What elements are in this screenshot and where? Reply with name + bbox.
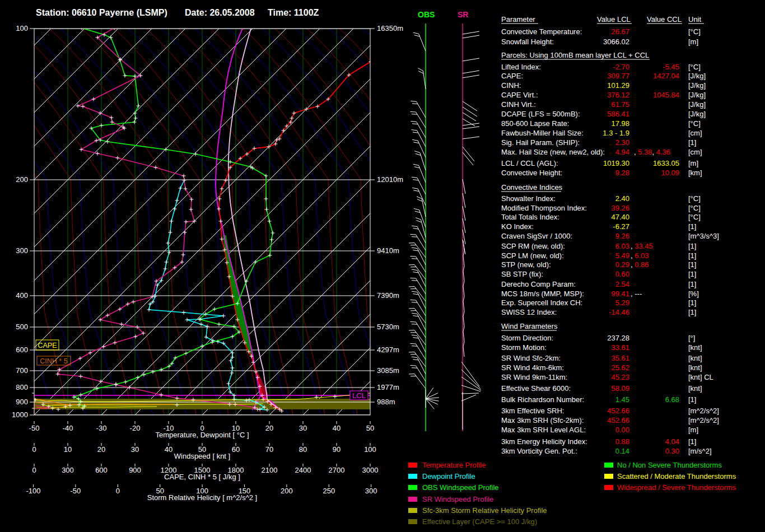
svg-text:90: 90 (333, 445, 340, 454)
svg-text:, 0.86: , 0.86 (631, 260, 649, 269)
svg-text:400: 400 (16, 291, 28, 300)
svg-text:[°C]: [°C] (688, 27, 701, 36)
svg-text:40: 40 (165, 445, 172, 454)
svg-text:600: 600 (95, 466, 108, 474)
svg-text:-20: -20 (130, 424, 141, 432)
svg-text:0.30: 0.30 (665, 447, 679, 455)
svg-text:[1]: [1] (688, 260, 696, 269)
svg-text:2.54: 2.54 (615, 280, 629, 288)
svg-text:Wind Parameters: Wind Parameters (501, 322, 558, 330)
svg-text:[1]: [1] (688, 308, 696, 316)
svg-text:[°]: [°] (688, 334, 695, 342)
svg-text:Effective Layer (CAPE >= 100 J: Effective Layer (CAPE >= 100 J/kg) (422, 517, 537, 526)
svg-text:4.04: 4.04 (665, 437, 679, 446)
svg-text:Date: 26.05.2008: Date: 26.05.2008 (185, 8, 255, 17)
svg-text:[1]: [1] (688, 251, 696, 260)
svg-text:[1]: [1] (688, 437, 696, 446)
svg-text:-5.45: -5.45 (663, 63, 679, 71)
svg-text:Temperature, Dewpoint [ °C ]: Temperature, Dewpoint [ °C ] (155, 431, 249, 439)
svg-text:CAPE: CAPE (38, 342, 57, 349)
svg-text:1633.05: 1633.05 (653, 159, 679, 167)
svg-text:70: 70 (265, 445, 273, 454)
svg-text:900: 900 (129, 466, 141, 474)
svg-text:6.03: 6.03 (615, 242, 629, 250)
svg-text:[°C]: [°C] (688, 63, 701, 71)
svg-text:1.45: 1.45 (615, 395, 629, 404)
svg-text:OBS Windspeed Profile: OBS Windspeed Profile (422, 483, 499, 492)
svg-text:[°C]: [°C] (688, 119, 701, 128)
svg-text:[°C]: [°C] (688, 204, 701, 212)
svg-text:Showalter Index:: Showalter Index: (501, 194, 556, 203)
svg-text:2.40: 2.40 (615, 194, 629, 203)
svg-text:[%]: [%] (688, 290, 699, 298)
svg-text:17.98: 17.98 (611, 119, 629, 128)
svg-text:1000: 1000 (12, 410, 28, 419)
svg-text:101.29: 101.29 (607, 81, 629, 90)
svg-text:LCL / CCL (AGL):: LCL / CCL (AGL): (501, 159, 558, 167)
svg-text:586.41: 586.41 (607, 110, 629, 118)
svg-text:-2.70: -2.70 (613, 63, 629, 71)
svg-text:Max 3km SRH Level AGL:: Max 3km SRH Level AGL: (501, 426, 586, 434)
svg-text:Effective Shear 6000:: Effective Shear 6000: (501, 384, 571, 393)
svg-text:Storm Relative Helicity [ m^2: Storm Relative Helicity [ m^2/s^2 ] (147, 493, 257, 502)
svg-text:1.3 - 1.9: 1.3 - 1.9 (603, 129, 629, 137)
svg-text:SWISS 12 Index:: SWISS 12 Index: (501, 308, 557, 316)
svg-text:3km Energy Helicity Index:: 3km Energy Helicity Index: (501, 437, 587, 446)
svg-text:, 6.03: , 6.03 (631, 251, 649, 260)
svg-text:900: 900 (16, 398, 28, 406)
svg-text:[m^3/s^3]: [m^3/s^3] (688, 232, 719, 240)
svg-text:[km]: [km] (688, 169, 702, 177)
svg-text:[m/s^2]: [m/s^2] (688, 447, 712, 455)
svg-text:[cm]: [cm] (688, 129, 702, 137)
svg-text:0: 0 (32, 466, 36, 474)
svg-text:16350m: 16350m (377, 24, 403, 32)
svg-text:SR Wind Sfc-2km:: SR Wind Sfc-2km: (501, 354, 561, 362)
svg-text:988m: 988m (377, 398, 395, 406)
svg-text:-6.27: -6.27 (613, 222, 629, 231)
svg-text:[1]: [1] (688, 222, 696, 231)
svg-text:200: 200 (16, 175, 28, 184)
svg-text:DCAPE (LFS = 500mB):: DCAPE (LFS = 500mB): (501, 110, 580, 118)
svg-text:100: 100 (364, 445, 376, 454)
svg-text:Sig. Hail Param. (SHIP):: Sig. Hail Param. (SHIP): (501, 138, 580, 147)
svg-text:Exp. Supercell Index CH:: Exp. Supercell Index CH: (501, 298, 582, 307)
svg-text:Sfc-3km Storm Relative Helicit: Sfc-3km Storm Relative Helicity Profile (422, 506, 547, 515)
svg-text:SR Windspeed Profile: SR Windspeed Profile (422, 495, 493, 503)
svg-text:20: 20 (265, 424, 273, 432)
svg-text:3km Vorticity Gen. Pot.:: 3km Vorticity Gen. Pot.: (501, 447, 577, 455)
svg-text:Bulk Richardson Number:: Bulk Richardson Number: (501, 395, 584, 404)
svg-text:26.67: 26.67 (611, 27, 629, 36)
svg-text:376.12: 376.12 (607, 91, 629, 99)
svg-text:Scattered / Moderate Thunderst: Scattered / Moderate Thunderstorms (617, 472, 736, 480)
svg-text:4.94: 4.94 (615, 148, 629, 156)
svg-text:700: 700 (16, 366, 28, 375)
svg-text:5730m: 5730m (377, 323, 399, 331)
svg-text:[m]: [m] (688, 159, 698, 167)
svg-text:10: 10 (64, 445, 72, 454)
svg-text:1427.04: 1427.04 (653, 72, 679, 80)
svg-text:LCL: LCL (352, 391, 366, 400)
svg-text:600: 600 (16, 346, 28, 354)
svg-text:40: 40 (333, 424, 340, 432)
svg-text:Storm Direction:: Storm Direction: (501, 334, 553, 342)
svg-text:[1]: [1] (688, 395, 696, 404)
svg-text:Station: 06610 Payerne (LSMP): Station: 06610 Payerne (LSMP) (36, 8, 167, 17)
svg-text:452.66: 452.66 (607, 416, 629, 424)
svg-text:Lifted Index:: Lifted Index: (501, 63, 541, 71)
svg-text:[1]: [1] (688, 242, 696, 250)
svg-text:33.61: 33.61 (611, 343, 629, 352)
svg-text:No / Non Severe Thunderstorms: No / Non Severe Thunderstorms (617, 461, 722, 469)
svg-text:1045.84: 1045.84 (653, 91, 679, 99)
svg-text:SB STP (fix):: SB STP (fix): (501, 270, 543, 278)
svg-text:Storm Motion:: Storm Motion: (501, 343, 547, 352)
svg-text:Value LCL: Value LCL (597, 15, 631, 24)
svg-text:850-600 Lapse Rate:: 850-600 Lapse Rate: (501, 119, 569, 128)
svg-text:[°C]: [°C] (688, 194, 701, 203)
svg-text:25.62: 25.62 (611, 363, 629, 372)
svg-text:-100: -100 (26, 487, 40, 495)
svg-text:452.66: 452.66 (607, 407, 629, 415)
svg-text:[°C]: [°C] (688, 213, 701, 221)
svg-text:9.28: 9.28 (615, 169, 629, 177)
svg-text:-30: -30 (96, 424, 107, 432)
svg-text:9.26: 9.26 (615, 232, 629, 240)
